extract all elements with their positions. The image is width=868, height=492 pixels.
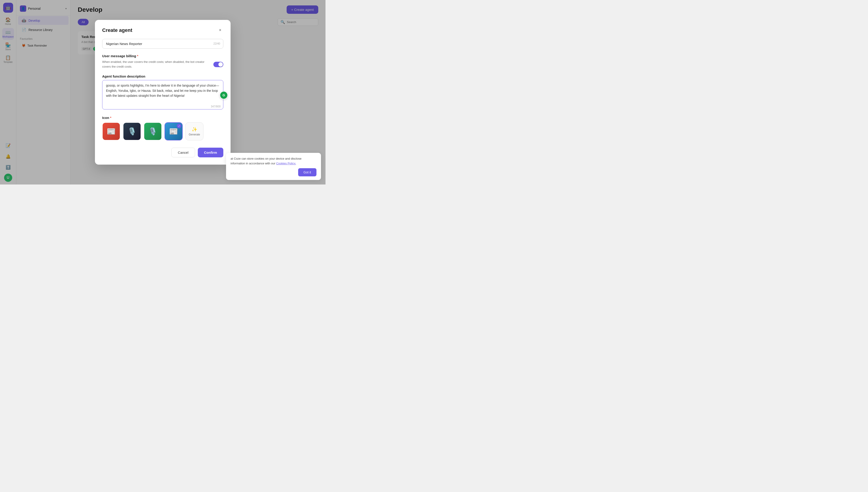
billing-label: User message billing * xyxy=(102,54,223,58)
generate-ai-icon: ✨ xyxy=(192,127,197,132)
icon-option-3[interactable]: 🎙️ xyxy=(144,122,162,141)
icon-generate-button[interactable]: ✨ Generate xyxy=(185,122,203,141)
icon-grid: 📰 🎙️ 🎙️ 📰 ✓ ✨ Generate xyxy=(102,122,223,141)
modal-title: Create agent xyxy=(102,27,132,33)
billing-row: When enabled, the user covers the credit… xyxy=(102,60,223,69)
confirm-button[interactable]: Confirm xyxy=(198,148,224,157)
billing-toggle[interactable] xyxy=(213,62,223,67)
icon-section-label: Icon * xyxy=(102,116,223,120)
description-counter: 347/800 xyxy=(211,105,221,108)
grammarly-button[interactable]: G xyxy=(220,91,228,99)
icon-section: Icon * 📰 🎙️ 🎙️ 📰 ✓ ✨ Ge xyxy=(102,116,223,141)
cookies-policy-link[interactable]: Cookies Policy. xyxy=(276,162,296,165)
modal-close-button[interactable]: × xyxy=(217,27,223,33)
cookie-actions: Got it xyxy=(231,168,316,176)
agent-name-field-wrapper: 22/40 xyxy=(102,39,223,49)
icon-required-star: * xyxy=(110,116,111,120)
cancel-button[interactable]: Cancel xyxy=(171,148,195,157)
billing-section: User message billing * When enabled, the… xyxy=(102,54,223,69)
function-description-label: Agent function description xyxy=(102,74,223,78)
modal-header: Create agent × xyxy=(102,27,223,33)
got-it-button[interactable]: Got it xyxy=(298,168,316,176)
icon-option-1[interactable]: 📰 xyxy=(102,122,120,141)
toggle-knob xyxy=(219,62,223,67)
function-description-section: Agent function description gossip, or sp… xyxy=(102,74,223,110)
icon-news1-visual: 📰 xyxy=(103,123,120,140)
icon-option-4[interactable]: 📰 ✓ xyxy=(164,122,183,141)
cookie-banner: at Coze can store cookies on your device… xyxy=(226,153,321,180)
icon-option-2[interactable]: 🎙️ xyxy=(123,122,141,141)
modal-actions: Cancel Confirm xyxy=(102,148,223,157)
agent-name-input[interactable] xyxy=(102,39,223,49)
billing-description: When enabled, the user covers the credit… xyxy=(102,60,210,69)
create-agent-modal: Create agent × 22/40 User message billin… xyxy=(95,20,231,165)
billing-required-star: * xyxy=(137,54,138,58)
name-counter: 22/40 xyxy=(213,42,220,45)
function-description-textarea[interactable]: gossip, or sports highlights, I'm here t… xyxy=(102,80,223,109)
function-description-wrapper: gossip, or sports highlights, I'm here t… xyxy=(102,80,223,110)
cookie-text: at Coze can store cookies on your device… xyxy=(231,156,316,166)
icon-mic2-visual: 🎙️ xyxy=(144,123,161,140)
icon-mic1-visual: 🎙️ xyxy=(123,123,141,140)
